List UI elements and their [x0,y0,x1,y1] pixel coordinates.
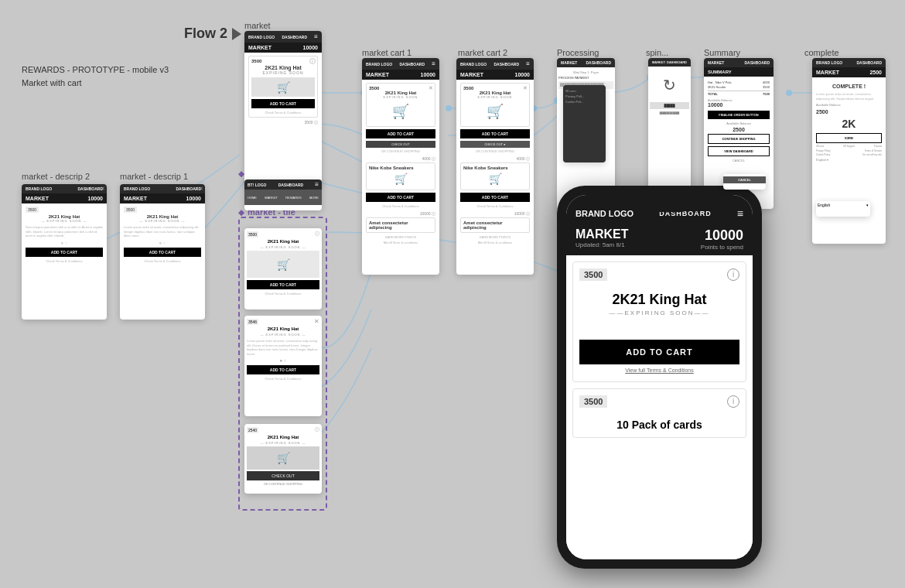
description: REWARDS - PROTOTYPE - mobile v3 Market w… [22,63,169,89]
wf-cart1-item2: Nike Kobe Sneakers 🛒 [366,162,435,190]
phone-card1-title: 2K21 King Hat [579,292,739,308]
wf-cart2-item3: Amet consectetur adipiscing [460,217,530,233]
wf-md1-subheader: MARKET 10000 [120,193,205,203]
phone-card1-points: 3500 [579,268,607,281]
wf-cart2-subheader: MARKET 10000 [456,70,534,80]
wf-cart2-item1: 3500 ✕ 2K21 King Hat EXPIRING SOON 🛒 [460,83,530,127]
wf-comp-body: COMPLETE ! Lorem ipsum dolor sit amet, c… [812,77,886,165]
phone-card1-subtitle: EXPIRING SOON [579,309,739,316]
phone-outer: BRAND LOGO DASHBOARD ≡ MARKET Updated: 5… [557,186,762,569]
flow-arrow-icon [232,28,241,40]
wf-cart1-body: 3500 ✕ 2K21 King Hat EXPIRING SOON 🛒 ADD… [362,80,439,248]
wf-sum-body: Hat - Nike V Pols4000 2K21 Hoodie3500 TO… [704,77,774,166]
phone-brand-logo: BRAND LOGO [575,209,634,218]
wireframe-market-main: BRAND LOGO DASHBOARD ≡ MARKET 10000 3500… [244,31,322,186]
wf-md1-body: 3500 ✕ 2K21 King Hat — EXPIRING SOON — L… [120,203,205,266]
wf-tile1-body: 3500 ⓘ 2K21 King Hat — EXPIRING SOON — 🛒… [244,228,322,298]
flow-label: Flow 2 [184,26,241,42]
wireframe-market-descrip1: BRAND LOGO DASHBOARD MARKET 10000 3500 ✕… [120,184,205,320]
wf-market-subheader: MARKET 10000 [244,43,322,53]
svg-point-3 [446,105,452,111]
phone-mockup: BRAND LOGO DASHBOARD ≡ MARKET Updated: 5… [557,186,762,569]
phone-content: 3500 i 2K21 King Hat EXPIRING SOON ADD T… [566,255,753,559]
phone-points: 10000 [701,227,743,244]
phone-hamburger-icon[interactable]: ≡ [737,207,743,220]
wf-tile2-body: 3546 ✕ 2K21 King Hat — EXPIRING SOON — L… [244,316,322,383]
wf-md2-header: BRAND LOGO DASHBOARD [22,184,107,193]
wireframe-tile1: 3500 ⓘ 2K21 King Hat — EXPIRING SOON — 🛒… [244,228,322,309]
wireframe-market-descrip2: BRAND LOGO DASHBOARD MARKET 10000 3500 ✕… [22,184,107,320]
phone-points-label: Points to spend [701,244,743,251]
phone-updated: Updated: 5am 8/1 [575,241,628,248]
wireframe-tile2: 3546 ✕ 2K21 King Hat — EXPIRING SOON — L… [244,316,322,416]
wf-market-title: MARKET [248,45,272,50]
desc-line2: Market with cart [22,77,169,90]
wf-nav-header: BT! LOGO DASHBOARD ≡ [244,179,322,190]
phone-card2: 3500 i 10 Pack of cards [572,388,746,438]
wireframe-tile3: 2540 ⓘ 2K21 King Hat — EXPIRING SOON — 🛒… [244,424,322,494]
wf-md2-body: 3500 ✕ 2K21 King Hat — EXPIRING SOON — S… [22,203,107,266]
phone-card2-points: 3500 [579,395,607,408]
wireframe-market-cart1: BRAND LOGO DASHBOARD ≡ MARKET 10000 3500… [362,58,439,275]
wf-cart2-header: BRAND LOGO DASHBOARD ≡ [456,58,534,70]
add-to-cart-button[interactable]: ADD TO CART [579,340,739,364]
phone-market-title: MARKET [575,227,628,241]
wf-market-header: BRAND LOGO DASHBOARD ≡ [244,31,322,43]
label-spin: spin... [646,48,668,57]
wf-cart2-item2: Nike Kobe Sneakers 🛒 [460,162,530,190]
phone-card2-info-icon[interactable]: i [727,395,739,408]
wf-spin-body: ↻ █████ ████████████ [648,67,691,116]
label-market: market [244,21,271,30]
wf-proc-header: MARKET DASHBOARD [557,58,615,67]
label-market-cart1: market cart 1 [362,48,412,57]
wf-tile3-body: 2540 ⓘ 2K21 King Hat — EXPIRING SOON — 🛒… [244,424,322,488]
phone-market-bar: MARKET Updated: 5am 8/1 10000 Points to … [566,224,753,255]
phone-terms-link[interactable]: View full Terms & Conditions [579,368,739,373]
wf-md2-subheader: MARKET 10000 [22,193,107,203]
wf-cart1-header: BRAND LOGO DASHBOARD ≡ [362,58,439,70]
wf-cart1-item1: 3500 ✕ 2K21 King Hat EXPIRING SOON 🛒 [366,83,435,127]
svg-point-9 [786,90,792,96]
wireframe-nav-bar-mobile: BT! LOGO DASHBOARD ≡ HOME MARKET REWARDS… [244,179,322,210]
phone-screen: BRAND LOGO DASHBOARD ≡ MARKET Updated: 5… [566,195,753,559]
wf-market-menu-icon: ≡ [314,33,318,40]
wireframe-lang-selector: English ▾ [816,201,870,217]
wireframe-market-cart2: BRAND LOGO DASHBOARD ≡ MARKET 10000 3500… [456,58,534,275]
wf-comp-subheader: MARKET 2500 [812,67,886,77]
phone-card1: 3500 i 2K21 King Hat EXPIRING SOON ADD T… [572,262,746,382]
label-processing: Processing [557,48,599,57]
desc-line1: REWARDS - PROTOTYPE - mobile v3 [22,63,169,77]
wf-cart1-subheader: MARKET 10000 [362,70,439,80]
wf-market-logo: BRAND LOGO [248,35,275,39]
canvas: Flow 2 REWARDS - PROTOTYPE - mobile v3 M… [0,0,905,588]
wf-comp-header: BRAND LOGO DASHBOARD [812,58,886,67]
label-complete: complete [804,48,839,57]
wireframe-spin: MARKET DASHBOARD ↻ █████ ████████████ [648,58,691,197]
wf-cart1-item3: Amet consectetur adipiscing [366,217,435,233]
wf-proc-menu-body: 2K.com Privacy Poll... Cookie Poli... [563,85,606,108]
phone-notch [629,197,691,212]
wireframe-processing-menu: 2K.com Privacy Poll... Cookie Poli... [563,85,606,162]
phone-card2-title: 10 Pack of cards [579,419,739,431]
wf-md1-header: BRAND LOGO DASHBOARD [120,184,205,193]
label-market-descrip1: market - descrip 1 [120,172,188,181]
wf-cart2-body: 3500 ✕ 2K21 King Hat EXPIRING SOON 🛒 ADD… [456,80,534,248]
wf-market-body: 3500 i 2K21 King Hat EXPIRING SOON 🛒 ADD… [244,53,322,128]
label-summary: Summary [704,48,740,57]
wf-spin-header: MARKET DASHBOARD [648,58,691,67]
wf-market-dashboard: DASHBOARD [282,35,308,39]
wireframe-cancel: CANCEL [723,174,766,190]
flow-text: Flow 2 [184,26,227,42]
wf-market-item1: 3500 i 2K21 King Hat EXPIRING SOON 🛒 ADD… [248,56,318,118]
label-market-descrip2: market - descrip 2 [22,172,90,181]
wf-nav-body: HOME MARKET REWARDS MORE [244,190,322,205]
wf-sum-subheader: SUMMARY [704,67,774,77]
wf-market-points: 10000 [303,45,318,50]
label-market-cart2: market cart 2 [458,48,507,57]
phone-card1-info-icon[interactable]: i [727,268,739,281]
wf-sum-header: MARKET DASHBOARD [704,58,774,67]
